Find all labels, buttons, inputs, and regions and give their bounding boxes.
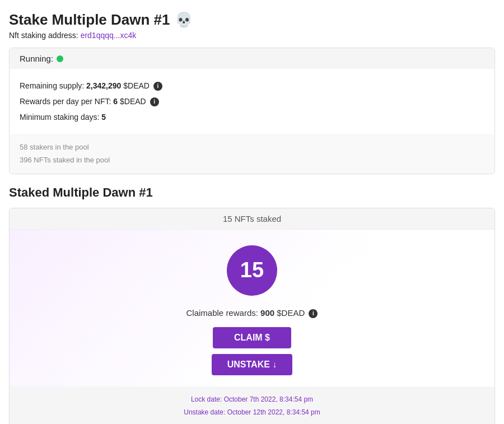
- nft-address-line: Nft staking address: erd1qqqq...xc4k: [9, 31, 495, 40]
- nft-address-label: Nft staking address:: [9, 31, 78, 40]
- nfts-staked-label: 15 NFTs staked: [223, 214, 281, 223]
- remaining-supply-row: Remaining supply: 2,342,290 $DEAD i: [20, 78, 484, 94]
- running-bar: Running:: [10, 48, 494, 69]
- rewards-value: 6: [113, 97, 118, 106]
- lock-date-row: Lock date: October 7th 2022, 8:34:54 pm: [20, 393, 484, 406]
- claim-button[interactable]: CLAIM $: [213, 327, 291, 348]
- remaining-supply-value: 2,342,290: [86, 81, 121, 90]
- supply-info: Remaining supply: 2,342,290 $DEAD i Rewa…: [10, 69, 494, 134]
- lock-date-label: Lock date:: [191, 395, 222, 403]
- claimable-info-icon[interactable]: i: [309, 309, 318, 318]
- staked-main-area: 15 Claimable rewards: 900 $DEAD i CLAIM …: [10, 230, 494, 386]
- claimable-rewards-text: Claimable rewards: 900 $DEAD i: [186, 308, 318, 318]
- staked-card: 15 NFTs staked 15 Claimable rewards: 900…: [9, 208, 495, 424]
- min-staking-label: Minimum staking days:: [20, 113, 99, 122]
- running-label: Running:: [20, 54, 53, 63]
- nft-count-number: 15: [240, 258, 264, 282]
- rewards-row: Rewards per day per NFT: 6 $DEAD i: [20, 94, 484, 109]
- min-staking-value: 5: [101, 113, 106, 122]
- nfts-staked-pool: 396 NFTs staked in the pool: [20, 153, 484, 166]
- nft-count-circle: 15: [227, 245, 277, 296]
- staking-info-card: Running: Remaining supply: 2,342,290 $DE…: [9, 48, 495, 174]
- nfts-staked-bar: 15 NFTs staked: [10, 208, 494, 230]
- running-dot: [57, 55, 63, 62]
- rewards-label: Rewards per day per NFT:: [20, 97, 111, 106]
- unstake-date-value: October 12th 2022, 8:34:54 pm: [227, 408, 320, 416]
- unstake-date-label: Unstake date:: [184, 408, 225, 416]
- min-staking-row: Minimum staking days: 5: [20, 109, 484, 125]
- unstake-button[interactable]: UNSTAKE ↓: [212, 354, 293, 375]
- skull-icon: 💀: [175, 11, 193, 29]
- lock-date-value: October 7th 2022, 8:34:54 pm: [224, 395, 313, 403]
- claimable-label: Claimable rewards:: [186, 308, 258, 318]
- lock-dates-section: Lock date: October 7th 2022, 8:34:54 pm …: [10, 386, 494, 424]
- pool-stats: 58 stakers in the pool 396 NFTs staked i…: [10, 134, 494, 174]
- nft-address-link[interactable]: erd1qqqq...xc4k: [81, 31, 137, 40]
- unstake-date-row: Unstake date: October 12th 2022, 8:34:54…: [20, 406, 484, 419]
- rewards-token: $DEAD: [120, 97, 146, 106]
- rewards-info-icon[interactable]: i: [150, 97, 159, 106]
- claimable-token: $DEAD: [277, 308, 305, 318]
- remaining-supply-token: $DEAD: [123, 81, 150, 90]
- stakers-count: 58 stakers in the pool: [20, 141, 484, 153]
- staked-section-title: Staked Multiple Dawn #1: [9, 185, 495, 200]
- remaining-supply-label: Remaining supply:: [20, 81, 84, 90]
- title-text: Stake Multiple Dawn #1: [9, 11, 170, 29]
- remaining-supply-info-icon[interactable]: i: [153, 82, 162, 91]
- page-title: Stake Multiple Dawn #1 💀: [9, 11, 495, 29]
- claimable-value: 900: [260, 308, 274, 318]
